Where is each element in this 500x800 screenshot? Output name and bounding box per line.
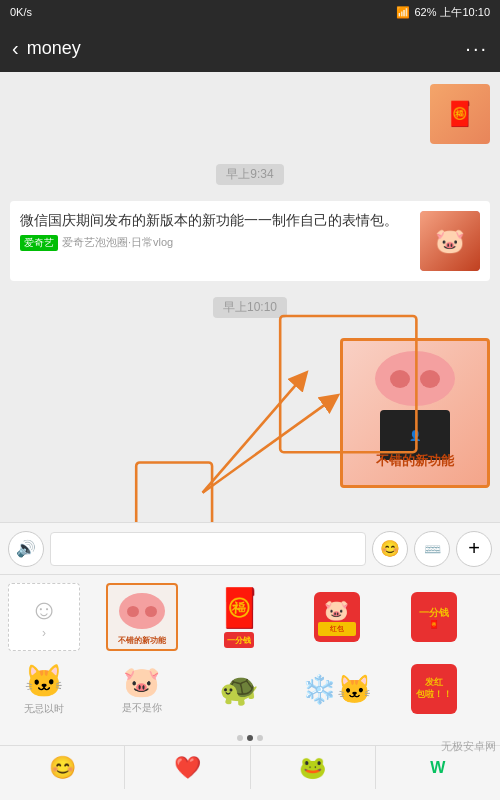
turtle-icon: 🐢 — [219, 670, 259, 708]
sticker-grid: ☺ › 不错的新功能 🧧 一分钱 🐷 红包 — [0, 575, 500, 731]
news-source-row: 爱奇艺 爱奇艺泡泡圈·日常vlog — [20, 235, 412, 251]
voice-button[interactable]: 🔊 — [8, 531, 44, 567]
chat-wrapper: 🧧 早上9:34 微信国庆期间发布的新版本的新功能一一制作自己的表情包。 爱奇艺… — [0, 72, 500, 522]
plus-button[interactable]: + — [456, 531, 492, 567]
pig-text: 不错的新功能 — [118, 635, 166, 646]
more-button[interactable]: ··· — [465, 37, 488, 60]
chat-area: 🧧 早上9:34 微信国庆期间发布的新版本的新功能一一制作自己的表情包。 爱奇艺… — [0, 72, 500, 522]
sticker-pig-custom[interactable]: 不错的新功能 — [106, 583, 178, 651]
msg-sticker-small-top: 🧧 — [0, 80, 500, 148]
emoji-icon: 😊 — [380, 539, 400, 558]
placeholder-icon: ☺ — [30, 594, 59, 626]
news-title: 微信国庆期间发布的新版本的新功能一一制作自己的表情包。 — [20, 211, 412, 231]
dot-2[interactable] — [247, 735, 253, 741]
time-separator-1: 早上9:34 — [0, 156, 500, 193]
cat-label: 无忌以时 — [24, 702, 64, 716]
sticker-placeholder[interactable]: ☺ › — [8, 583, 80, 651]
cold-icon-1: ❄️🐱 — [302, 673, 372, 706]
panel-tab-emoji[interactable]: 😊 — [0, 746, 125, 789]
emoji-button[interactable]: 😊 — [372, 531, 408, 567]
chat-title: money — [27, 38, 81, 59]
network-speed: 0K/s — [10, 6, 32, 18]
placeholder-arrow: › — [42, 626, 46, 640]
big-sticker: 👤 不错的新功能 — [340, 338, 490, 488]
chat-input[interactable] — [50, 532, 366, 566]
keyboard-button[interactable]: ⌨️ — [414, 531, 450, 567]
sticker-panel: ☺ › 不错的新功能 🧧 一分钱 🐷 红包 — [0, 574, 500, 800]
sticker-pig-2[interactable]: 🐷 是不是你 — [106, 655, 178, 723]
status-bar: 0K/s 📶 62% 上午10:10 — [0, 0, 500, 24]
input-bar: 🔊 😊 ⌨️ + — [0, 522, 500, 574]
voice-icon: 🔊 — [16, 539, 36, 558]
plus-icon: + — [468, 537, 480, 560]
dot-1[interactable] — [237, 735, 243, 741]
panel-tab-w[interactable]: W — [376, 746, 500, 789]
pig-sticker-small — [117, 589, 167, 634]
panel-tab-heart[interactable]: ❤️ — [125, 746, 250, 789]
back-button[interactable]: ‹ — [12, 37, 19, 60]
sticker-red-env-2[interactable]: 🐷 红包 — [301, 583, 373, 651]
sticker-red-env-3[interactable]: 一分钱 🧧 — [398, 583, 470, 651]
small-sticker-red: 🧧 — [430, 84, 490, 144]
panel-tab-frog[interactable]: 🐸 — [251, 746, 376, 789]
red-env-icon-1: 🧧 — [216, 586, 263, 630]
pig-icon-2: 🐷 — [123, 664, 160, 699]
dot-3[interactable] — [257, 735, 263, 741]
panel-tabs: 😊 ❤️ 🐸 W — [0, 745, 500, 789]
cat-icon: 🐱 — [24, 662, 64, 700]
sticker-turtle[interactable]: 🐢 — [203, 655, 275, 723]
pig-label-2: 是不是你 — [122, 701, 162, 715]
iqiyi-badge: 爱奇艺 — [20, 235, 58, 251]
keyboard-icon: ⌨️ — [424, 541, 441, 557]
sticker-text-large: 不错的新功能 — [343, 452, 487, 470]
sticker-red-env-1[interactable]: 🧧 一分钱 — [203, 583, 275, 651]
news-card[interactable]: 微信国庆期间发布的新版本的新功能一一制作自己的表情包。 爱奇艺 爱奇艺泡泡圈·日… — [10, 201, 490, 281]
sticker-cat[interactable]: 🐱 无忌以时 — [8, 655, 80, 723]
sticker-cold-1[interactable]: ❄️🐱 — [301, 655, 373, 723]
header: ‹ money ··· — [0, 24, 500, 72]
news-thumbnail: 🐷 — [420, 211, 480, 271]
time-separator-2: 早上10:10 — [0, 289, 500, 326]
news-source-text: 爱奇艺泡泡圈·日常vlog — [62, 235, 173, 250]
wifi-icon: 📶 — [396, 6, 410, 19]
sticker-hongbao[interactable]: 发红包啦！！ — [398, 655, 470, 723]
battery-level: 62% — [414, 6, 436, 18]
panel-dots — [0, 731, 500, 745]
big-sticker-msg: 👤 不错的新功能 — [0, 334, 500, 492]
time-display: 上午10:10 — [440, 5, 490, 20]
news-content: 微信国庆期间发布的新版本的新功能一一制作自己的表情包。 爱奇艺 爱奇艺泡泡圈·日… — [20, 211, 412, 251]
